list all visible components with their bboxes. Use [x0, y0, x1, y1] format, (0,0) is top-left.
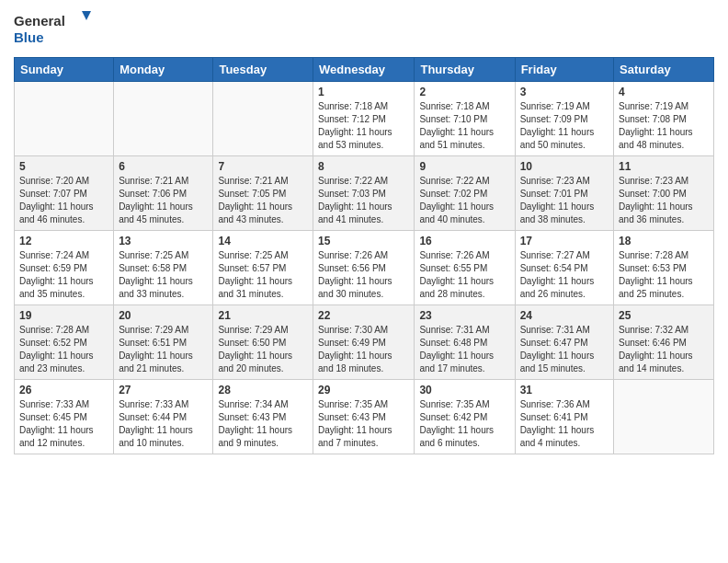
- day-number: 25: [619, 309, 709, 322]
- week-row-1: 1Sunrise: 7:18 AM Sunset: 7:12 PM Daylig…: [15, 82, 714, 156]
- day-info: Sunrise: 7:32 AM Sunset: 6:46 PM Dayligh…: [619, 324, 709, 375]
- table-row: 3Sunrise: 7:19 AM Sunset: 7:09 PM Daylig…: [515, 82, 613, 156]
- day-number: 5: [19, 160, 108, 173]
- table-row: 1Sunrise: 7:18 AM Sunset: 7:12 PM Daylig…: [313, 82, 415, 156]
- table-row: 25Sunrise: 7:32 AM Sunset: 6:46 PM Dayli…: [614, 305, 714, 380]
- day-number: 21: [218, 309, 308, 322]
- logo-svg: General Blue: [14, 9, 97, 48]
- table-row: 2Sunrise: 7:18 AM Sunset: 7:10 PM Daylig…: [415, 82, 515, 156]
- day-number: 27: [119, 384, 208, 396]
- table-row: 30Sunrise: 7:35 AM Sunset: 6:42 PM Dayli…: [415, 380, 515, 454]
- day-number: 6: [119, 160, 208, 173]
- week-row-2: 5Sunrise: 7:20 AM Sunset: 7:07 PM Daylig…: [15, 156, 714, 231]
- table-row: 18Sunrise: 7:28 AM Sunset: 6:53 PM Dayli…: [614, 231, 714, 305]
- day-number: 31: [520, 384, 609, 396]
- table-row: 8Sunrise: 7:22 AM Sunset: 7:03 PM Daylig…: [313, 156, 415, 231]
- col-header-friday: Friday: [515, 58, 613, 82]
- table-row: 5Sunrise: 7:20 AM Sunset: 7:07 PM Daylig…: [15, 156, 114, 231]
- table-row: 4Sunrise: 7:19 AM Sunset: 7:08 PM Daylig…: [614, 82, 714, 156]
- table-row: 21Sunrise: 7:29 AM Sunset: 6:50 PM Dayli…: [213, 305, 313, 380]
- table-row: 13Sunrise: 7:25 AM Sunset: 6:58 PM Dayli…: [114, 231, 213, 305]
- day-number: 30: [419, 384, 509, 396]
- day-info: Sunrise: 7:21 AM Sunset: 7:05 PM Dayligh…: [218, 175, 308, 226]
- table-row: 12Sunrise: 7:24 AM Sunset: 6:59 PM Dayli…: [15, 231, 114, 305]
- day-info: Sunrise: 7:33 AM Sunset: 6:44 PM Dayligh…: [119, 398, 208, 450]
- day-info: Sunrise: 7:24 AM Sunset: 6:59 PM Dayligh…: [19, 249, 108, 301]
- header: General Blue: [14, 9, 714, 48]
- day-number: 23: [419, 309, 509, 322]
- logo-row: General Blue: [14, 9, 97, 48]
- table-row: 27Sunrise: 7:33 AM Sunset: 6:44 PM Dayli…: [114, 380, 213, 454]
- table-row: 10Sunrise: 7:23 AM Sunset: 7:01 PM Dayli…: [515, 156, 613, 231]
- day-info: Sunrise: 7:29 AM Sunset: 6:51 PM Dayligh…: [119, 324, 208, 375]
- day-number: 4: [619, 86, 709, 98]
- day-info: Sunrise: 7:26 AM Sunset: 6:56 PM Dayligh…: [318, 249, 409, 301]
- day-info: Sunrise: 7:35 AM Sunset: 6:43 PM Dayligh…: [318, 398, 409, 450]
- week-row-5: 26Sunrise: 7:33 AM Sunset: 6:45 PM Dayli…: [15, 380, 714, 454]
- day-number: 26: [19, 384, 108, 396]
- table-row: 26Sunrise: 7:33 AM Sunset: 6:45 PM Dayli…: [15, 380, 114, 454]
- day-info: Sunrise: 7:22 AM Sunset: 7:02 PM Dayligh…: [419, 175, 509, 226]
- table-row: 20Sunrise: 7:29 AM Sunset: 6:51 PM Dayli…: [114, 305, 213, 380]
- day-number: 22: [318, 309, 409, 322]
- table-row: 23Sunrise: 7:31 AM Sunset: 6:48 PM Dayli…: [415, 305, 515, 380]
- day-number: 9: [419, 160, 509, 173]
- day-info: Sunrise: 7:27 AM Sunset: 6:54 PM Dayligh…: [520, 249, 609, 301]
- day-number: 1: [318, 86, 409, 98]
- col-header-saturday: Saturday: [614, 58, 714, 82]
- col-header-monday: Monday: [114, 58, 213, 82]
- calendar-table: SundayMondayTuesdayWednesdayThursdayFrid…: [14, 57, 714, 454]
- col-header-wednesday: Wednesday: [313, 58, 415, 82]
- day-number: 29: [318, 384, 409, 396]
- day-info: Sunrise: 7:28 AM Sunset: 6:53 PM Dayligh…: [619, 249, 709, 301]
- day-info: Sunrise: 7:20 AM Sunset: 7:07 PM Dayligh…: [19, 175, 108, 226]
- day-number: 14: [218, 235, 308, 247]
- table-row: 24Sunrise: 7:31 AM Sunset: 6:47 PM Dayli…: [515, 305, 613, 380]
- table-row: 28Sunrise: 7:34 AM Sunset: 6:43 PM Dayli…: [213, 380, 313, 454]
- col-header-thursday: Thursday: [415, 58, 515, 82]
- table-row: 16Sunrise: 7:26 AM Sunset: 6:55 PM Dayli…: [415, 231, 515, 305]
- day-info: Sunrise: 7:28 AM Sunset: 6:52 PM Dayligh…: [19, 324, 108, 375]
- day-info: Sunrise: 7:23 AM Sunset: 7:00 PM Dayligh…: [619, 175, 709, 226]
- table-row: 22Sunrise: 7:30 AM Sunset: 6:49 PM Dayli…: [313, 305, 415, 380]
- day-number: 24: [520, 309, 609, 322]
- day-number: 3: [520, 86, 609, 98]
- logo-area: General Blue: [14, 9, 97, 48]
- day-number: 7: [218, 160, 308, 173]
- table-row: 7Sunrise: 7:21 AM Sunset: 7:05 PM Daylig…: [213, 156, 313, 231]
- table-row: 17Sunrise: 7:27 AM Sunset: 6:54 PM Dayli…: [515, 231, 613, 305]
- day-info: Sunrise: 7:23 AM Sunset: 7:01 PM Dayligh…: [520, 175, 609, 226]
- day-number: 12: [19, 235, 108, 247]
- day-info: Sunrise: 7:18 AM Sunset: 7:12 PM Dayligh…: [318, 100, 409, 152]
- day-info: Sunrise: 7:22 AM Sunset: 7:03 PM Dayligh…: [318, 175, 409, 226]
- day-info: Sunrise: 7:30 AM Sunset: 6:49 PM Dayligh…: [318, 324, 409, 375]
- day-info: Sunrise: 7:31 AM Sunset: 6:48 PM Dayligh…: [419, 324, 509, 375]
- day-number: 10: [520, 160, 609, 173]
- col-header-sunday: Sunday: [15, 58, 114, 82]
- calendar-header-row: SundayMondayTuesdayWednesdayThursdayFrid…: [15, 58, 714, 82]
- table-row: [114, 82, 213, 156]
- day-number: 28: [218, 384, 308, 396]
- table-row: 19Sunrise: 7:28 AM Sunset: 6:52 PM Dayli…: [15, 305, 114, 380]
- day-number: 13: [119, 235, 208, 247]
- table-row: 31Sunrise: 7:36 AM Sunset: 6:41 PM Dayli…: [515, 380, 613, 454]
- table-row: 6Sunrise: 7:21 AM Sunset: 7:06 PM Daylig…: [114, 156, 213, 231]
- day-info: Sunrise: 7:25 AM Sunset: 6:58 PM Dayligh…: [119, 249, 208, 301]
- day-info: Sunrise: 7:29 AM Sunset: 6:50 PM Dayligh…: [218, 324, 308, 375]
- table-row: 14Sunrise: 7:25 AM Sunset: 6:57 PM Dayli…: [213, 231, 313, 305]
- day-info: Sunrise: 7:19 AM Sunset: 7:09 PM Dayligh…: [520, 100, 609, 152]
- svg-marker-1: [82, 11, 91, 20]
- day-info: Sunrise: 7:35 AM Sunset: 6:42 PM Dayligh…: [419, 398, 509, 450]
- day-number: 2: [419, 86, 509, 98]
- week-row-4: 19Sunrise: 7:28 AM Sunset: 6:52 PM Dayli…: [15, 305, 714, 380]
- day-number: 17: [520, 235, 609, 247]
- table-row: [15, 82, 114, 156]
- day-number: 16: [419, 235, 509, 247]
- table-row: [213, 82, 313, 156]
- day-info: Sunrise: 7:31 AM Sunset: 6:47 PM Dayligh…: [520, 324, 609, 375]
- day-info: Sunrise: 7:18 AM Sunset: 7:10 PM Dayligh…: [419, 100, 509, 152]
- day-number: 19: [19, 309, 108, 322]
- col-header-tuesday: Tuesday: [213, 58, 313, 82]
- table-row: 15Sunrise: 7:26 AM Sunset: 6:56 PM Dayli…: [313, 231, 415, 305]
- page: General Blue SundayMondayTuesdayWednesda…: [0, 0, 728, 468]
